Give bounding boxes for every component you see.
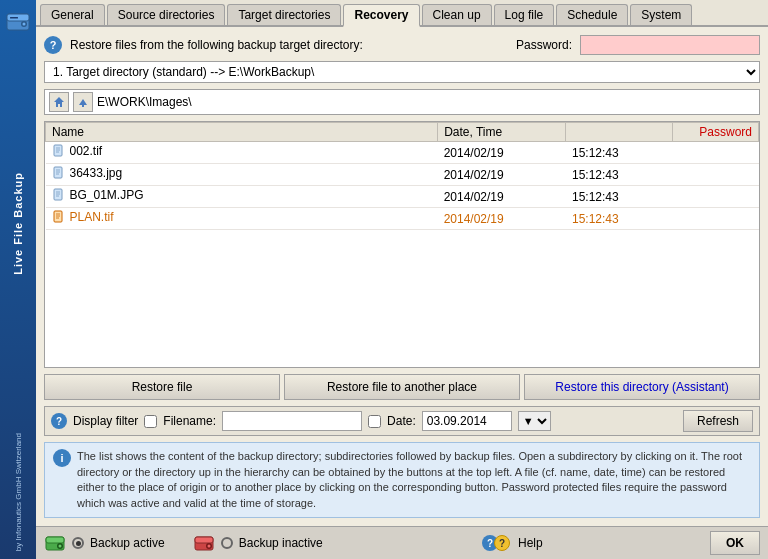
svg-rect-14 [54, 189, 62, 200]
restore-dir-button[interactable]: Restore this directory (Assistant) [524, 374, 760, 400]
info-text: The list shows the content of the backup… [77, 449, 751, 511]
table-row[interactable]: 36433.jpg 2014/02/19 15:12:43 [46, 164, 759, 186]
action-buttons-row: Restore file Restore file to another pla… [44, 374, 760, 400]
svg-rect-23 [46, 537, 64, 543]
file-icon [52, 166, 66, 180]
file-time: 15:12:43 [566, 142, 673, 164]
file-icon [52, 144, 66, 158]
filename-input[interactable] [222, 411, 362, 431]
file-date: 2014/02/19 [438, 142, 566, 164]
restore-another-button[interactable]: Restore file to another place [284, 374, 520, 400]
file-date: 2014/02/19 [438, 164, 566, 186]
restore-from-row: ? Restore files from the following backu… [44, 35, 760, 55]
directory-dropdown-row: 1. Target directory (standard) --> E:\Wo… [44, 61, 760, 83]
file-password [673, 186, 759, 208]
info-bar: i The list shows the content of the back… [44, 442, 760, 518]
file-time: 15:12:43 [566, 208, 673, 230]
nav-home-button[interactable] [49, 92, 69, 112]
filename-label: Filename: [163, 414, 216, 428]
sidebar-brand-text: Live File Backup [12, 172, 24, 275]
table-row[interactable]: 002.tif 2014/02/19 15:12:43 [46, 142, 759, 164]
date-label: Date: [387, 414, 416, 428]
backup-inactive-label: Backup inactive [239, 536, 323, 550]
file-password [673, 208, 759, 230]
file-password [673, 164, 759, 186]
tab-target[interactable]: Target directories [227, 4, 341, 25]
svg-point-25 [59, 545, 62, 548]
filter-label: Display filter [73, 414, 138, 428]
col-password: Password [673, 123, 759, 142]
password-label: Password: [516, 38, 572, 52]
tab-schedule[interactable]: Schedule [556, 4, 628, 25]
col-date: Date, Time [438, 123, 566, 142]
col-time [566, 123, 673, 142]
date-format-select[interactable]: ▼ [518, 411, 551, 431]
file-name-cell: 002.tif [46, 142, 438, 164]
svg-rect-27 [195, 537, 213, 543]
help-label[interactable]: Help [518, 536, 543, 550]
backup-inactive-item: Backup inactive [193, 532, 323, 554]
filter-row: ? Display filter Filename: Date: ▼ Refre… [44, 406, 760, 436]
file-date: 2014/02/19 [438, 208, 566, 230]
backup-inactive-radio[interactable] [221, 537, 233, 549]
file-name-cell: BG_01M.JPG [46, 186, 438, 208]
directory-select[interactable]: 1. Target directory (standard) --> E:\Wo… [44, 61, 760, 83]
help-icon-filter[interactable]: ? [51, 413, 67, 429]
svg-rect-18 [54, 211, 62, 222]
restore-from-label: Restore files from the following backup … [70, 38, 363, 52]
table-row[interactable]: PLAN.tif 2014/02/19 15:12:43 [46, 208, 759, 230]
backup-inactive-icon [193, 532, 215, 554]
date-input[interactable] [422, 411, 512, 431]
svg-point-29 [207, 545, 210, 548]
brand-label: Live File Backup [12, 172, 24, 275]
file-table-container: Name Date, Time Password [44, 121, 760, 368]
filename-checkbox[interactable] [144, 415, 157, 428]
tab-system[interactable]: System [630, 4, 692, 25]
date-checkbox[interactable] [368, 415, 381, 428]
help-group: ? ? Help [482, 535, 543, 551]
file-table: Name Date, Time Password [45, 122, 759, 230]
sidebar-labels: Live File Backup [12, 15, 24, 433]
restore-file-button[interactable]: Restore file [44, 374, 280, 400]
file-time: 15:12:43 [566, 186, 673, 208]
nav-up-button[interactable] [73, 92, 93, 112]
col-name: Name [46, 123, 438, 142]
file-name-cell: 36433.jpg [46, 164, 438, 186]
tab-logfile[interactable]: Log file [494, 4, 555, 25]
file-name-cell: PLAN.tif [46, 208, 438, 230]
main-panel: General Source directories Target direct… [36, 0, 768, 559]
help-icon-restore[interactable]: ? [44, 36, 62, 54]
table-row[interactable]: BG_01M.JPG 2014/02/19 15:12:43 [46, 186, 759, 208]
ok-button[interactable]: OK [710, 531, 760, 555]
tab-cleanup[interactable]: Clean up [422, 4, 492, 25]
svg-rect-5 [82, 104, 84, 107]
nav-row: E\WORK\Images\ [44, 89, 760, 115]
tab-recovery[interactable]: Recovery [343, 4, 419, 27]
svg-rect-10 [54, 167, 62, 178]
status-bar: Backup active Backup inactive ? ? Help O… [36, 526, 768, 559]
sidebar: Live File Backup by Infonautics GmbH Swi… [0, 0, 36, 559]
refresh-button[interactable]: Refresh [683, 410, 753, 432]
tab-source[interactable]: Source directories [107, 4, 226, 25]
backup-active-item: Backup active [44, 532, 165, 554]
company-label: by Infonautics GmbH Switzerland [14, 433, 23, 551]
backup-active-radio[interactable] [72, 537, 84, 549]
backup-active-icon [44, 532, 66, 554]
file-date: 2014/02/19 [438, 186, 566, 208]
content-area: ? Restore files from the following backu… [36, 27, 768, 526]
backup-active-label: Backup active [90, 536, 165, 550]
info-icon: i [53, 449, 71, 467]
svg-rect-6 [54, 145, 62, 156]
help-icon-q2: ? [494, 535, 510, 551]
password-input[interactable] [580, 35, 760, 55]
help-icons: ? ? [482, 535, 510, 551]
tab-general[interactable]: General [40, 4, 105, 25]
file-icon [52, 188, 66, 202]
sidebar-company-text: by Infonautics GmbH Switzerland [14, 433, 23, 551]
tab-bar: General Source directories Target direct… [36, 0, 768, 27]
file-password [673, 142, 759, 164]
file-icon [52, 210, 66, 224]
file-time: 15:12:43 [566, 164, 673, 186]
nav-path: E\WORK\Images\ [97, 95, 192, 109]
